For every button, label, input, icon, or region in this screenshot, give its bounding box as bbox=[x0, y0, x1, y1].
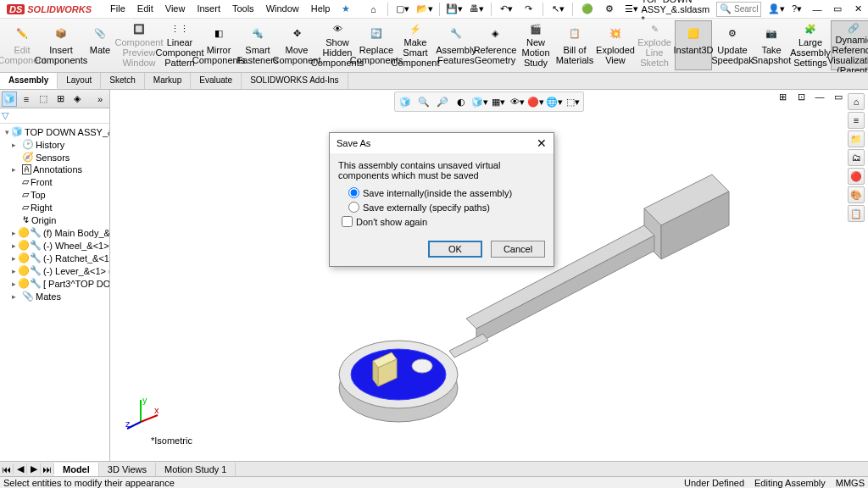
tree-part3[interactable]: ▸🟡🔧(-) Ratchet_&<1> (Defa bbox=[2, 252, 108, 264]
maximize-icon[interactable]: ▭ bbox=[827, 2, 848, 17]
display-tab-icon[interactable]: ◈ bbox=[70, 92, 85, 107]
save-external-radio[interactable]: Save externally (specify paths) bbox=[338, 200, 545, 214]
tab-evaluate[interactable]: Evaluate bbox=[191, 73, 242, 89]
minimize-icon[interactable]: — bbox=[807, 2, 827, 17]
menu-file[interactable]: File bbox=[105, 2, 131, 16]
rebuild-icon[interactable]: 🟢 bbox=[578, 2, 597, 17]
assembly-features-button[interactable]: 🔧Assembly Features bbox=[437, 20, 475, 70]
bom-button[interactable]: 📋Bill of Materials bbox=[556, 20, 593, 70]
update-speedpak-button[interactable]: ⚙Update Speedpak bbox=[714, 20, 751, 70]
new-icon[interactable]: ▢▾ bbox=[393, 2, 412, 17]
tree-sensors[interactable]: 🧭Sensors bbox=[2, 151, 108, 164]
tree-part4[interactable]: ▸🟡🔧(-) Lever_&<1> (Default bbox=[2, 264, 108, 277]
taskpane-properties-icon[interactable]: 📋 bbox=[848, 205, 865, 222]
mate-button[interactable]: 📎Mate bbox=[81, 20, 119, 70]
settings-icon[interactable]: ☰▾ bbox=[622, 2, 641, 17]
ok-button[interactable]: OK bbox=[428, 241, 482, 258]
make-smart-button[interactable]: ⚡Make Smart Component bbox=[397, 20, 434, 70]
cancel-button[interactable]: Cancel bbox=[491, 241, 545, 258]
dont-show-checkbox[interactable]: Don't show again bbox=[338, 214, 545, 229]
tab-layout[interactable]: Layout bbox=[58, 73, 101, 89]
replace-components-button[interactable]: 🔄Replace Components bbox=[358, 20, 395, 70]
save-internal-radio[interactable]: Save internally(inside the assembly) bbox=[338, 186, 545, 200]
undo-icon[interactable]: ↶▾ bbox=[497, 2, 515, 17]
feature-tree[interactable]: ▾🧊TOP DOWN ASSY_& (Defa ▸🕑History 🧭Senso… bbox=[0, 124, 109, 466]
taskpane-view-icon[interactable]: 🔴 bbox=[848, 168, 865, 185]
doc-layout-icon[interactable]: ⊞ bbox=[775, 90, 790, 103]
hide-show-icon[interactable]: 👁▾ bbox=[509, 94, 526, 109]
bottom-tab-motion[interactable]: Motion Study 1 bbox=[156, 463, 236, 476]
overflow-icon[interactable]: » bbox=[92, 92, 108, 107]
tree-right[interactable]: ▱Right bbox=[2, 201, 108, 214]
display-style-icon[interactable]: ▦▾ bbox=[490, 94, 507, 109]
tab-nav-first-icon[interactable]: ⏮ bbox=[0, 464, 14, 474]
tree-part5[interactable]: ▸🟡🔧[ Part3^TOP DOWN ASS bbox=[2, 277, 108, 290]
mirror-components-button[interactable]: ◧Mirror Components bbox=[200, 20, 237, 70]
apply-scene-icon[interactable]: 🌐▾ bbox=[546, 94, 563, 109]
tree-history[interactable]: ▸🕑History bbox=[2, 138, 108, 151]
menu-help[interactable]: Help bbox=[306, 2, 336, 16]
taskpane-appearance-icon[interactable]: 🎨 bbox=[848, 186, 865, 203]
home-icon[interactable]: ⌂ bbox=[364, 2, 382, 17]
component-preview-button[interactable]: 🔲Component Preview Window bbox=[120, 20, 158, 70]
taskpane-home-icon[interactable]: ⌂ bbox=[848, 93, 865, 110]
doc-maximize-icon[interactable]: ▭ bbox=[831, 90, 846, 103]
feature-tree-tab-icon[interactable]: 🧊 bbox=[2, 92, 17, 107]
section-view-icon[interactable]: ◐ bbox=[453, 94, 470, 109]
tree-part2[interactable]: ▸🟡🔧(-) Wheel_&<1> (Defau bbox=[2, 239, 108, 252]
orientation-triad[interactable]: yxz bbox=[125, 396, 159, 430]
view-orientation-icon[interactable]: 🧊▾ bbox=[471, 94, 488, 109]
exploded-view-button[interactable]: 💥Exploded View bbox=[597, 20, 634, 70]
dynamic-ref-button[interactable]: 🔗Dynamic Reference Visualization (Parent… bbox=[831, 20, 868, 70]
tree-part1[interactable]: ▸🟡🔧(f) Main Body_&<1> (D bbox=[2, 226, 108, 239]
taskpane-resources-icon[interactable]: ≡ bbox=[848, 112, 865, 129]
search-input[interactable] bbox=[734, 4, 758, 14]
take-snapshot-button[interactable]: 📷Take Snapshot bbox=[753, 20, 790, 70]
dimxpert-tab-icon[interactable]: ⊞ bbox=[53, 92, 68, 107]
dialog-close-icon[interactable]: ✕ bbox=[537, 136, 547, 150]
previous-view-icon[interactable]: 🔎 bbox=[434, 94, 451, 109]
view-settings-icon[interactable]: ⬚▾ bbox=[565, 94, 581, 109]
new-motion-study-button[interactable]: 🎬New Motion Study bbox=[517, 20, 554, 70]
close-icon[interactable]: ✕ bbox=[848, 2, 868, 17]
large-assembly-button[interactable]: 🧩Large Assembly Settings bbox=[792, 20, 829, 70]
menu-edit[interactable]: Edit bbox=[132, 2, 159, 16]
bottom-tab-model[interactable]: Model bbox=[54, 463, 99, 476]
zoom-fit-icon[interactable]: 🧊 bbox=[397, 94, 414, 109]
smart-fasteners-button[interactable]: 🔩Smart Fasteners bbox=[239, 20, 276, 70]
menu-tools[interactable]: Tools bbox=[227, 2, 259, 16]
tree-annotations[interactable]: ▸🄰Annotations bbox=[2, 164, 108, 175]
config-tab-icon[interactable]: ⬚ bbox=[36, 92, 51, 107]
doc-tile-icon[interactable]: ⊡ bbox=[793, 90, 809, 103]
tree-top[interactable]: ▱Top bbox=[2, 188, 108, 201]
menu-view[interactable]: View bbox=[160, 2, 191, 16]
user-icon[interactable]: 👤▾ bbox=[766, 2, 787, 17]
tree-origin[interactable]: ↯Origin bbox=[2, 214, 108, 226]
tree-root[interactable]: ▾🧊TOP DOWN ASSY_& (Defa bbox=[2, 125, 108, 138]
filter-icon[interactable]: ▽ bbox=[2, 110, 8, 120]
zoom-area-icon[interactable]: 🔍 bbox=[415, 94, 432, 109]
edit-appearance-icon[interactable]: 🔴▾ bbox=[527, 94, 544, 109]
status-units[interactable]: MMGS bbox=[836, 478, 865, 488]
explode-line-sketch-button[interactable]: ✎Explode Line Sketch bbox=[636, 20, 673, 70]
redo-icon[interactable]: ↷ bbox=[519, 2, 537, 17]
property-manager-tab-icon[interactable]: ≡ bbox=[19, 92, 34, 107]
help-icon[interactable]: ?▾ bbox=[787, 2, 807, 17]
tab-nav-prev-icon[interactable]: ◀ bbox=[14, 463, 27, 474]
save-icon[interactable]: 💾▾ bbox=[445, 2, 464, 17]
options-icon[interactable]: ⚙ bbox=[600, 2, 619, 17]
tab-assembly[interactable]: Assembly bbox=[0, 73, 58, 89]
tab-markup[interactable]: Markup bbox=[145, 73, 191, 89]
bottom-tab-3dviews[interactable]: 3D Views bbox=[99, 463, 156, 476]
print-icon[interactable]: 🖶▾ bbox=[467, 2, 486, 17]
menu-window[interactable]: Window bbox=[261, 2, 304, 16]
insert-components-button[interactable]: 📦Insert Components bbox=[42, 20, 80, 70]
tab-nav-next-icon[interactable]: ▶ bbox=[27, 463, 41, 474]
tab-sketch[interactable]: Sketch bbox=[101, 73, 145, 89]
search-box[interactable]: 🔍 bbox=[716, 2, 761, 17]
menu-insert[interactable]: Insert bbox=[192, 2, 225, 16]
menu-star-icon[interactable]: ★ bbox=[337, 2, 355, 16]
tab-addins[interactable]: SOLIDWORKS Add-Ins bbox=[242, 73, 348, 89]
dialog-titlebar[interactable]: Save As ✕ bbox=[330, 133, 554, 153]
tree-front[interactable]: ▱Front bbox=[2, 175, 108, 188]
